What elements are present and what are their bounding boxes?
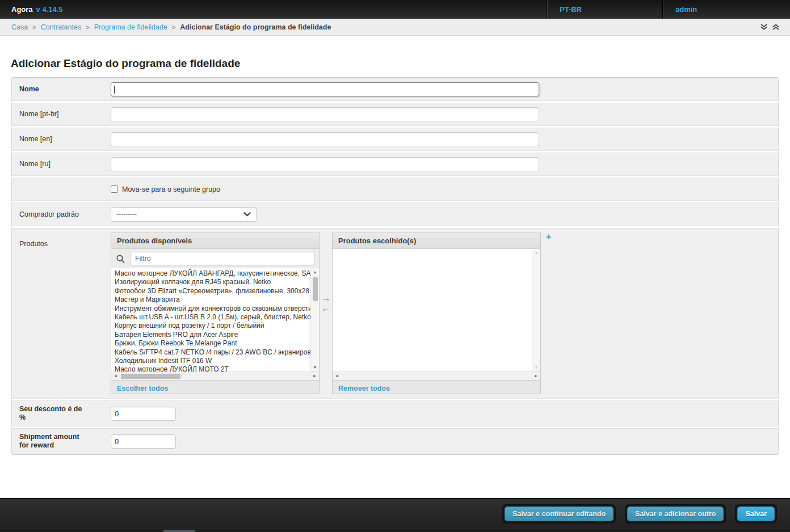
nome-ru-input[interactable]: [111, 157, 539, 171]
scroll-down-icon[interactable]: ▼: [313, 364, 317, 371]
available-products-panel: Produtos disponíveis Масло моторное ЛУКО…: [111, 233, 320, 394]
available-products-list: Масло моторное ЛУКОЙЛ АВАНГАРД, полусинт…: [111, 268, 319, 371]
horizontal-scrollbar[interactable]: ◄ ►: [333, 371, 540, 380]
save-add-another-button[interactable]: Salvar e adicionar outro: [627, 506, 724, 521]
form-row-shipment: Shipment amount for reward: [11, 428, 779, 454]
breadcrumb-home[interactable]: Casa: [11, 23, 28, 31]
product-option[interactable]: Масло моторное ЛУКОЙЛ АВАНГАРД, полусинт…: [115, 269, 310, 278]
product-option[interactable]: Масло моторное ЛУКОЙЛ МОТО 2Т: [115, 365, 310, 371]
app-version: v 4.14.5: [36, 5, 63, 14]
product-option[interactable]: Мастер и Маргарита: [115, 295, 310, 304]
filter-row: [111, 249, 319, 268]
nome-label: Nome: [12, 85, 111, 94]
scrollbar-thumb[interactable]: [313, 277, 318, 301]
collapse-all-icon[interactable]: [760, 23, 768, 31]
desconto-input[interactable]: [111, 407, 176, 421]
scroll-right-icon[interactable]: ►: [313, 372, 317, 380]
move-group-checkbox-row: Mova-se para o seguinte grupo: [111, 185, 220, 193]
nome-en-input[interactable]: [111, 132, 539, 146]
save-continue-button[interactable]: Salvar e continuar editando: [505, 506, 613, 521]
add-stage-form: Nome Nome [pt-br] Nome [en] Nome [ru] Mo…: [11, 77, 779, 455]
product-option[interactable]: Брюки, Брюки Reebok Te Melange Pant: [115, 339, 310, 348]
breadcrumb-programa[interactable]: Programa de fidelidade: [94, 23, 167, 31]
scroll-up-icon[interactable]: ▲: [313, 268, 317, 276]
nome-en-label: Nome [en]: [12, 135, 111, 143]
chosen-panel-title: Produtos escolhido(s): [333, 233, 540, 249]
products-dual-selector: Produtos disponíveis Масло моторное ЛУКО…: [111, 233, 551, 394]
produtos-label: Produtos: [12, 240, 111, 248]
search-icon: [116, 254, 125, 264]
form-row-move-group: Mova-se para o seguinte grupo: [11, 178, 779, 201]
nome-ru-label: Nome [ru]: [12, 160, 111, 168]
shipment-input[interactable]: [111, 434, 176, 449]
available-panel-title: Produtos disponíveis: [111, 233, 319, 249]
form-row-produtos: Produtos Produtos disponíveis: [11, 228, 779, 399]
chosen-products-list: ▲ ▼: [333, 249, 540, 371]
product-option[interactable]: Батарея Elements PRO для Acer Aspire: [115, 331, 310, 339]
chevron-down-icon: [243, 210, 251, 218]
scroll-up-icon[interactable]: ▲: [535, 249, 539, 257]
form-row-nome-ptbr: Nome [pt-br]: [11, 103, 779, 126]
product-option[interactable]: Холодильник Indesit ITF 016 W: [115, 357, 310, 365]
move-group-label: Mova-se para o seguinte grupo: [122, 185, 220, 193]
remove-arrow-icon[interactable]: ←: [321, 303, 331, 313]
nome-ptbr-input[interactable]: [111, 107, 539, 121]
scroll-left-icon[interactable]: ◄: [114, 372, 117, 380]
top-header: Agora v 4.14.5 PT-BR admin: [0, 0, 790, 19]
scroll-right-icon[interactable]: ►: [534, 372, 538, 380]
vertical-scrollbar[interactable]: ▲ ▼: [310, 268, 319, 371]
filter-input[interactable]: [130, 252, 314, 265]
brand-name: Agora: [11, 5, 33, 14]
form-row-nome-en: Nome [en]: [11, 128, 779, 151]
comprador-select[interactable]: ---------: [111, 207, 257, 222]
move-group-checkbox[interactable]: [111, 185, 118, 193]
nome-ptbr-label: Nome [pt-br]: [12, 110, 111, 119]
vertical-scrollbar[interactable]: ▲ ▼: [532, 249, 540, 371]
comprador-label: Comprador padrão: [12, 210, 111, 219]
breadcrumb-current: Adicionar Estágio do programa de fidelid…: [180, 23, 331, 31]
form-row-nome: Nome: [11, 78, 779, 101]
desconto-label: Seu desconto é de %: [12, 405, 111, 422]
locale-switcher[interactable]: PT-BR: [547, 0, 662, 19]
user-label: admin: [675, 5, 697, 14]
form-row-comprador: Comprador padrão ---------: [11, 202, 779, 226]
form-row-desconto: Seu desconto é de %: [11, 400, 779, 427]
user-menu[interactable]: admin: [662, 0, 790, 19]
product-option[interactable]: Кабель шт.USB A - шт.USB B 2.0 (1,5м), с…: [115, 313, 310, 322]
page-horizontal-scrollbar[interactable]: [0, 529, 790, 532]
save-button[interactable]: Salvar: [737, 506, 775, 521]
chosen-panel-footer: Remover todos: [333, 380, 540, 394]
product-option[interactable]: Изолирующий колпачок для RJ45 красный. N…: [115, 278, 310, 286]
breadcrumb-separator: >: [86, 24, 89, 31]
breadcrumb-separator: >: [32, 24, 36, 31]
form-row-nome-ru: Nome [ru]: [11, 153, 779, 176]
add-product-icon[interactable]: +: [546, 233, 551, 242]
chosen-products-panel: Produtos escolhido(s) ▲ ▼ ◄ ►: [332, 233, 541, 394]
locale-label: PT-BR: [560, 5, 582, 14]
remove-all-link[interactable]: Remover todos: [338, 385, 390, 392]
selector-mover: → ←: [320, 293, 332, 313]
submit-footer: Salvar e continuar editando Salvar e adi…: [0, 498, 790, 529]
app-brand: Agora v 4.14.5: [0, 0, 547, 19]
expand-all-icon[interactable]: [772, 23, 780, 31]
breadcrumb: Casa > Contratantes > Programa de fideli…: [0, 19, 790, 36]
choose-all-link[interactable]: Escolher todos: [117, 385, 168, 392]
product-option[interactable]: Корпус внешний под розетку / 1 порт / бе…: [115, 322, 310, 330]
product-option[interactable]: Кабель S/FTP4 cat.7 NETKO /4 пары / 23 A…: [115, 348, 310, 357]
scroll-left-icon[interactable]: ◄: [335, 372, 339, 380]
scrollbar-thumb[interactable]: [121, 374, 180, 379]
shipment-label: Shipment amount for reward: [12, 433, 111, 450]
product-option[interactable]: Фотообои 3D Flizart «Стереометрия», флиз…: [115, 287, 310, 295]
comprador-selected-value: ---------: [116, 210, 137, 218]
page-title: Adicionar Estágio do programa de fidelid…: [11, 57, 779, 70]
nome-input[interactable]: [111, 82, 539, 96]
choose-arrow-icon[interactable]: →: [321, 293, 331, 303]
breadcrumb-separator: >: [172, 24, 175, 31]
scrollbar-thumb[interactable]: [163, 530, 195, 532]
product-option[interactable]: Инструмент обжимной для коннекторов со с…: [115, 305, 310, 313]
horizontal-scrollbar[interactable]: ◄ ►: [111, 371, 319, 380]
breadcrumb-contratantes[interactable]: Contratantes: [41, 23, 82, 31]
available-panel-footer: Escolher todos: [111, 380, 319, 394]
scroll-down-icon[interactable]: ▼: [535, 364, 539, 371]
